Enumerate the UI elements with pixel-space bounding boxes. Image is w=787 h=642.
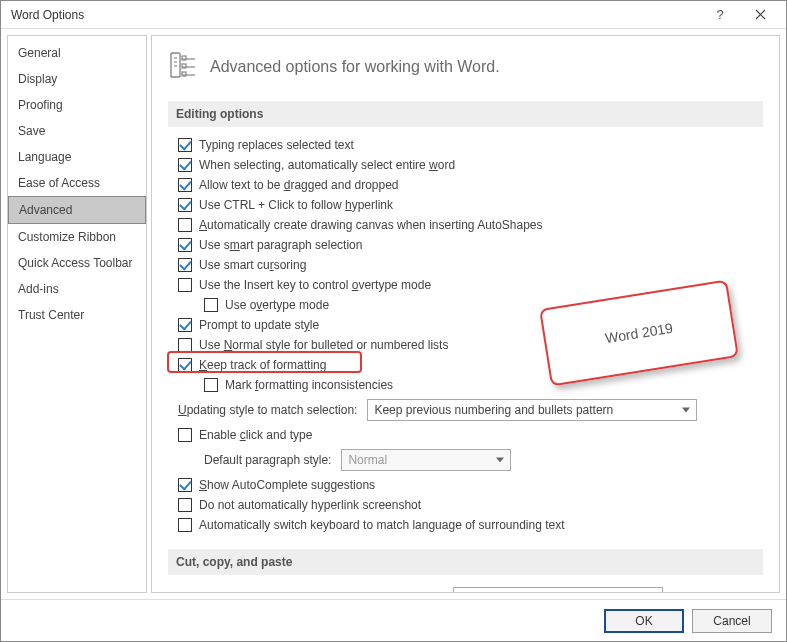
options-icon <box>168 50 198 83</box>
sidebar-item-add-ins[interactable]: Add-ins <box>8 276 146 302</box>
sidebar-item-proofing[interactable]: Proofing <box>8 92 146 118</box>
section-cut-copy-paste: Cut, copy, and paste <box>168 549 763 575</box>
checkbox-icon[interactable] <box>178 318 192 332</box>
opt-drag-drop[interactable]: Allow text to be dragged and dropped <box>168 175 763 195</box>
opt-no-hyperlink-screenshot[interactable]: Do not automatically hyperlink screensho… <box>168 495 763 515</box>
sidebar-item-general[interactable]: General <box>8 40 146 66</box>
checkbox-icon[interactable] <box>178 238 192 252</box>
close-button[interactable] <box>740 9 780 20</box>
cancel-button[interactable]: Cancel <box>692 609 772 633</box>
pasting-within-label: Pasting within the same document: <box>198 591 443 592</box>
opt-smart-paragraph[interactable]: Use smart paragraph selection <box>168 235 763 255</box>
default-paragraph-style-dropdown[interactable]: Normal <box>341 449 511 471</box>
version-stamp-label: Word 2019 <box>604 320 674 346</box>
row-default-paragraph-style: Default paragraph style: Normal <box>168 445 763 475</box>
checkbox-icon[interactable] <box>178 258 192 272</box>
sidebar-item-trust-center[interactable]: Trust Center <box>8 302 146 328</box>
opt-autocomplete[interactable]: Show AutoComplete suggestions <box>168 475 763 495</box>
checkbox-icon[interactable] <box>178 498 192 512</box>
section-editing-options: Editing options <box>168 101 763 127</box>
sidebar-item-advanced[interactable]: Advanced <box>8 196 146 224</box>
ok-button[interactable]: OK <box>604 609 684 633</box>
checkbox-icon[interactable] <box>204 298 218 312</box>
word-options-dialog: Word Options ? General Display Proofing … <box>0 0 787 642</box>
help-button[interactable]: ? <box>700 7 740 22</box>
checkbox-icon[interactable] <box>178 198 192 212</box>
sidebar-item-language[interactable]: Language <box>8 144 146 170</box>
updating-style-label: Updating style to match selection: <box>178 403 357 417</box>
dialog-footer: OK Cancel <box>1 599 786 641</box>
checkbox-icon[interactable] <box>204 378 218 392</box>
checkbox-icon[interactable] <box>178 428 192 442</box>
category-sidebar: General Display Proofing Save Language E… <box>7 35 147 593</box>
checkbox-icon[interactable] <box>178 158 192 172</box>
opt-typing-replaces[interactable]: Typing replaces selected text <box>168 135 763 155</box>
opt-smart-cursoring[interactable]: Use smart cursoring <box>168 255 763 275</box>
checkbox-icon[interactable] <box>178 178 192 192</box>
checkbox-icon[interactable] <box>178 478 192 492</box>
pasting-within-dropdown[interactable]: Keep Source Formatting (Default) <box>453 587 663 592</box>
checkbox-icon[interactable] <box>178 218 192 232</box>
opt-enable-click-type[interactable]: Enable click and type <box>168 425 763 445</box>
default-para-label: Default paragraph style: <box>204 453 331 467</box>
checkbox-icon[interactable] <box>178 518 192 532</box>
sidebar-item-customize-ribbon[interactable]: Customize Ribbon <box>8 224 146 250</box>
sidebar-item-quick-access-toolbar[interactable]: Quick Access Toolbar <box>8 250 146 276</box>
opt-auto-switch-keyboard[interactable]: Automatically switch keyboard to match l… <box>168 515 763 535</box>
svg-rect-9 <box>182 64 186 68</box>
checkbox-icon[interactable] <box>178 338 192 352</box>
content-pane: Advanced options for working with Word. … <box>151 35 780 593</box>
opt-auto-canvas[interactable]: Automatically create drawing canvas when… <box>168 215 763 235</box>
row-pasting-within: Pasting within the same document: Keep S… <box>168 583 763 592</box>
opt-mark-inconsistencies[interactable]: Mark formatting inconsistencies <box>168 375 763 395</box>
window-title: Word Options <box>11 8 700 22</box>
titlebar: Word Options ? <box>1 1 786 29</box>
updating-style-dropdown[interactable]: Keep previous numbering and bullets patt… <box>367 399 697 421</box>
page-subtitle: Advanced options for working with Word. <box>210 58 500 76</box>
row-updating-style: Updating style to match selection: Keep … <box>168 395 763 425</box>
checkbox-icon[interactable] <box>178 278 192 292</box>
sidebar-item-ease-of-access[interactable]: Ease of Access <box>8 170 146 196</box>
sidebar-item-save[interactable]: Save <box>8 118 146 144</box>
opt-select-entire-word[interactable]: When selecting, automatically select ent… <box>168 155 763 175</box>
sidebar-item-display[interactable]: Display <box>8 66 146 92</box>
opt-ctrl-click-hyperlink[interactable]: Use CTRL + Click to follow hyperlink <box>168 195 763 215</box>
checkbox-icon[interactable] <box>178 138 192 152</box>
svg-rect-2 <box>171 53 180 77</box>
svg-rect-7 <box>182 56 186 60</box>
svg-rect-11 <box>182 72 186 76</box>
highlight-callout <box>167 351 362 373</box>
